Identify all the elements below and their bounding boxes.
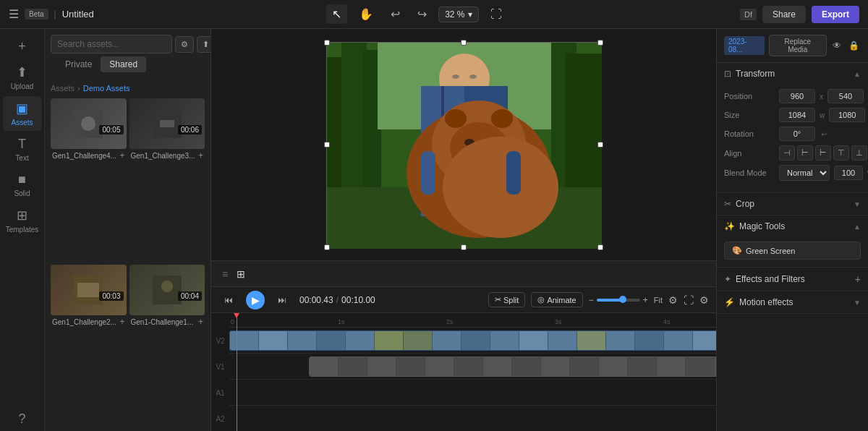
opacity-input[interactable]: [834, 166, 863, 180]
section-effects-header[interactable]: ✦ Effects and Filters +: [717, 268, 868, 291]
menu-icon[interactable]: ☰: [9, 7, 19, 21]
animate-button[interactable]: ◎ Animate: [531, 292, 582, 307]
pos-x-unit: x: [820, 93, 823, 101]
asset-thumb-3[interactable]: 00:03: [51, 265, 127, 315]
breadcrumb-root[interactable]: Assets: [51, 84, 75, 93]
timeline-options-button[interactable]: ⚙: [699, 294, 709, 306]
frame-cell: [577, 331, 606, 351]
rotation-reset-button[interactable]: ↩: [820, 130, 828, 138]
size-w-unit: w: [820, 111, 825, 119]
effects-add-button[interactable]: +: [855, 273, 861, 285]
redo-button[interactable]: ↪: [412, 4, 433, 24]
rotation-input[interactable]: [779, 127, 815, 141]
handle-left-middle[interactable]: [324, 142, 330, 148]
fit-button[interactable]: Fit: [654, 296, 663, 304]
size-h-input[interactable]: [829, 108, 865, 122]
asset-thumb-4[interactable]: 00:04: [129, 265, 205, 315]
select-tool-button[interactable]: ↖: [326, 4, 347, 24]
frame-cell: [375, 331, 404, 351]
sidebar-item-upload[interactable]: ⬆ Upload: [3, 60, 42, 95]
share-button[interactable]: Share: [762, 6, 806, 23]
section-crop-header[interactable]: ✂ Crop ▼: [717, 193, 868, 215]
sidebar-item-text[interactable]: T Text: [3, 132, 42, 166]
zoom-control[interactable]: 32 % ▾: [438, 7, 478, 22]
handle-bottom-left[interactable]: [324, 244, 330, 250]
export-button[interactable]: Export: [812, 6, 859, 23]
grid-view-button[interactable]: ⊞: [234, 266, 247, 282]
svg-rect-35: [506, 151, 521, 195]
project-title[interactable]: Untitled: [62, 9, 94, 20]
tab-private[interactable]: Private: [56, 56, 101, 72]
asset-add-btn-3[interactable]: +: [119, 317, 124, 327]
frame-cell-gray: [657, 357, 686, 377]
section-magic-tools-header[interactable]: ✨ Magic Tools ▲: [717, 216, 868, 237]
timeline-settings-button[interactable]: ⚙: [668, 294, 678, 306]
asset-add-btn-1[interactable]: +: [119, 150, 124, 161]
skip-back-button[interactable]: ⏮: [218, 292, 239, 308]
align-center-v-button[interactable]: ⊥: [851, 145, 867, 161]
hand-tool-button[interactable]: ✋: [353, 4, 379, 24]
position-x-input[interactable]: [779, 89, 815, 103]
handle-right-middle[interactable]: [597, 142, 603, 148]
sidebar-item-add[interactable]: +: [3, 35, 42, 59]
green-screen-icon: 🎨: [732, 246, 742, 255]
fullscreen-timeline-button[interactable]: ⛶: [684, 294, 694, 306]
lock-button[interactable]: 🔒: [847, 39, 861, 52]
right-panel-header: 2023-08... Replace Media 👁 🔒: [717, 29, 868, 63]
handle-top-left[interactable]: [324, 40, 330, 46]
handle-top-right[interactable]: [597, 40, 603, 46]
track-clip-v2[interactable]: 2023-08-12_15-44-48.png (2): [229, 330, 716, 351]
handle-top-middle[interactable]: [461, 40, 467, 46]
asset-label-2: Gen1_Challenge3... +: [129, 149, 205, 162]
zoom-track[interactable]: [597, 299, 640, 302]
size-label: Size: [724, 111, 775, 119]
list-item: 00:05 Gen1_Challenge4... +: [51, 98, 127, 262]
align-left-button[interactable]: ⊣: [779, 145, 795, 161]
size-w-input[interactable]: [779, 108, 815, 122]
align-right-button[interactable]: ⊢: [815, 145, 831, 161]
position-y-input[interactable]: [827, 89, 864, 103]
track-clip-v1[interactable]: Gen1_Challenge4.mp4: [309, 357, 716, 377]
handle-bottom-right[interactable]: [597, 244, 603, 250]
asset-thumb-2[interactable]: 00:06: [129, 98, 205, 149]
sidebar-item-assets[interactable]: ▣ Assets: [3, 96, 42, 131]
zoom-thumb[interactable]: [619, 296, 626, 303]
track-labels: V2 V1 A1 A2: [211, 313, 229, 431]
play-button[interactable]: ▶: [246, 291, 265, 310]
sidebar-item-templates[interactable]: ⊞ Templates: [3, 203, 42, 238]
effects-icon: ✦: [724, 274, 731, 284]
replace-media-button[interactable]: Replace Media: [769, 35, 827, 56]
list-view-button[interactable]: ≡: [220, 266, 230, 282]
track-a1: [229, 380, 716, 406]
sidebar-item-help[interactable]: ?: [3, 407, 42, 431]
filter-button[interactable]: ⚙: [175, 36, 194, 53]
visibility-button[interactable]: 👁: [831, 39, 843, 52]
align-center-h-button[interactable]: ⊢: [797, 145, 813, 161]
preview-area: ≡ ⊞ ⏮ ▶ ⏭ 00:00.43 / 00:10.00 ✂ Split: [211, 29, 716, 431]
section-transform-header[interactable]: ⊡ Transform ▲: [717, 63, 868, 85]
help-icon: ?: [18, 411, 25, 427]
split-button[interactable]: ✂ Split: [488, 292, 525, 307]
section-motion-header[interactable]: ⚡ Motion effects ▼: [717, 291, 868, 313]
frame-cell-gray: [715, 357, 716, 377]
align-top-button[interactable]: ⊤: [833, 145, 849, 161]
media-container[interactable]: [326, 42, 601, 248]
svg-point-32: [491, 109, 513, 128]
breadcrumb-current[interactable]: Demo Assets: [83, 84, 130, 93]
blend-mode-select[interactable]: Normal: [779, 165, 830, 181]
asset-thumb-1[interactable]: 00:05: [51, 98, 127, 149]
skip-forward-button[interactable]: ⏭: [272, 292, 292, 308]
green-screen-button[interactable]: 🎨 Green Screen: [724, 242, 861, 260]
asset-add-btn-2[interactable]: +: [198, 150, 203, 161]
preview-canvas[interactable]: [211, 29, 716, 260]
sidebar-item-solid[interactable]: ■ Solid: [3, 168, 42, 202]
handle-bottom-middle[interactable]: [461, 244, 467, 250]
zoom-plus-button[interactable]: +: [643, 295, 648, 305]
zoom-minus-button[interactable]: −: [589, 295, 594, 305]
search-input[interactable]: [51, 35, 172, 54]
asset-add-btn-4[interactable]: +: [198, 317, 203, 327]
undo-button[interactable]: ↩: [385, 4, 406, 24]
fullscreen-button[interactable]: ⛶: [485, 5, 508, 24]
frame-cell-gray: [425, 357, 454, 377]
tab-shared[interactable]: Shared: [101, 56, 146, 72]
